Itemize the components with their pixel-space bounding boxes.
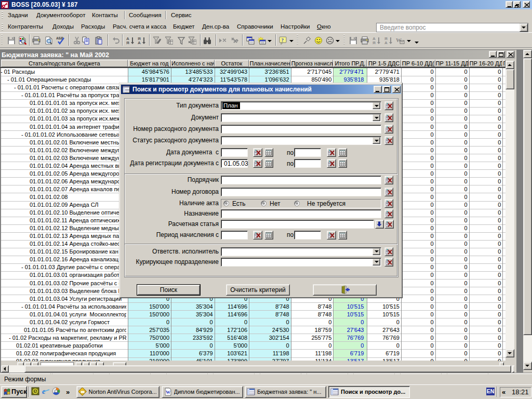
svg-text:?: ? [282,37,284,43]
svg-text:Я: Я [373,41,376,45]
svg-text:W: W [166,390,170,395]
svg-text:А: А [138,41,141,45]
svg-text:Я: Я [126,41,129,45]
svg-text:А: А [384,41,388,45]
